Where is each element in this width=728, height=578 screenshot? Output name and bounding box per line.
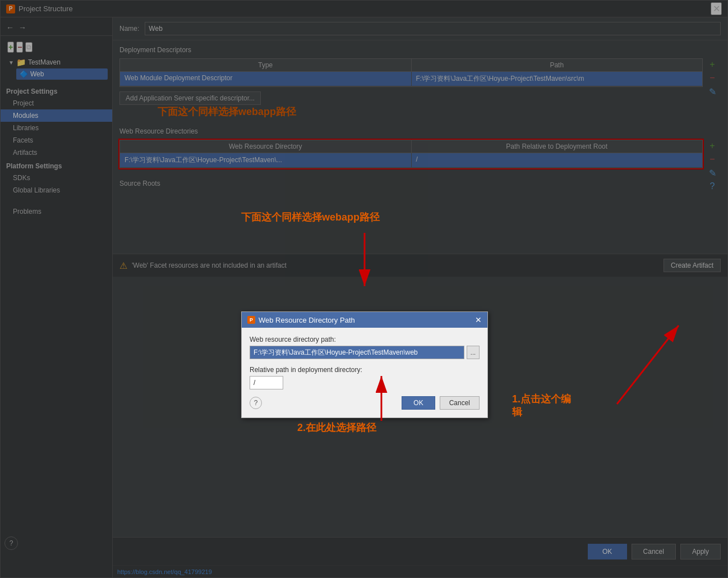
wr-help-button[interactable]: ? bbox=[706, 180, 718, 192]
tree-arrow-icon: ▼ bbox=[8, 59, 14, 66]
warning-icon: ⚠ bbox=[119, 260, 127, 271]
tree-add-button[interactable]: + bbox=[7, 42, 14, 53]
ok-button[interactable]: OK bbox=[588, 544, 627, 559]
sidebar-artifacts-label: Artifacts bbox=[13, 149, 37, 157]
module-icon: 🔷 bbox=[20, 70, 28, 78]
main-help-button[interactable]: ? bbox=[4, 536, 18, 550]
wr-edit-button[interactable]: ✎ bbox=[706, 167, 718, 179]
close-button[interactable]: ✕ bbox=[711, 2, 722, 15]
type-cell: Web Module Deployment Descriptor bbox=[120, 72, 412, 86]
type-column-header: Type bbox=[120, 59, 412, 71]
name-input[interactable] bbox=[145, 22, 721, 35]
sidebar-problems-label: Problems bbox=[13, 208, 42, 215]
platform-settings-label: Platform Settings bbox=[1, 159, 112, 172]
main-layout: ← → + − ⧉ ▼ 📁 TestMaven 🔷 Web bbox=[1, 17, 727, 577]
dialog-icon: P bbox=[247, 316, 255, 324]
web-resource-table-container: Web Resource Directory Path Relative to … bbox=[119, 140, 703, 168]
sidebar-project-label: Project bbox=[13, 99, 34, 107]
path-cell: F:\学习资料\Java工作区\Hoyue-Project\TestMaven\… bbox=[412, 72, 703, 86]
warning-text: 'Web' Facet resources are not included i… bbox=[132, 262, 659, 269]
dialog-title: Web Resource Directory Path bbox=[259, 316, 472, 324]
wr-add-button[interactable]: + bbox=[706, 140, 718, 152]
dialog-cancel-button[interactable]: Cancel bbox=[440, 396, 480, 410]
dialog-relative-label: Relative path in deployment directory: bbox=[250, 366, 480, 374]
add-descriptor-button[interactable]: Add Application Server specific descript… bbox=[119, 91, 261, 105]
sidebar-item-global-libraries[interactable]: Global Libraries bbox=[1, 184, 112, 196]
sidebar-libraries-label: Libraries bbox=[13, 124, 39, 132]
dialog-field-label: Web resource directory path: bbox=[250, 336, 480, 343]
footer: OK Cancel Apply bbox=[113, 537, 727, 565]
sidebar-facets-label: Facets bbox=[13, 136, 33, 144]
tree-child-label: Web bbox=[30, 70, 44, 78]
sidebar-sdks-label: SDKs bbox=[13, 174, 30, 182]
web-relative-path-cell: / bbox=[412, 153, 703, 167]
tree-child-item[interactable]: 🔷 Web bbox=[16, 68, 108, 80]
dialog-relative-input[interactable] bbox=[250, 376, 283, 389]
dialog-path-input[interactable] bbox=[250, 346, 464, 359]
forward-button[interactable]: → bbox=[17, 22, 27, 33]
app-icon: P bbox=[6, 4, 15, 13]
wr-side-buttons: + − ✎ ? bbox=[706, 140, 718, 192]
source-roots-section: Source Roots bbox=[113, 174, 727, 198]
path-column-header: Path bbox=[412, 59, 703, 71]
sidebar: ← → + − ⧉ ▼ 📁 TestMaven 🔷 Web bbox=[1, 17, 113, 577]
project-settings-label: Project Settings bbox=[1, 84, 112, 97]
sidebar-item-problems[interactable]: Problems bbox=[1, 205, 112, 218]
dialog-title-bar: P Web Resource Directory Path ✕ bbox=[242, 312, 487, 328]
web-dir-header: Web Resource Directory bbox=[120, 140, 412, 153]
sidebar-item-project[interactable]: Project bbox=[1, 97, 112, 109]
create-artifact-button[interactable]: Create Artifact bbox=[664, 259, 721, 272]
tree-remove-button[interactable]: − bbox=[16, 42, 23, 53]
dialog-ok-button[interactable]: OK bbox=[402, 396, 435, 410]
browse-button[interactable]: ... bbox=[467, 346, 480, 359]
table-header-row: Type Path bbox=[120, 59, 702, 72]
wr-remove-button[interactable]: − bbox=[706, 153, 718, 166]
deployment-descriptors-section: Deployment Descriptors Type Path Web Mod… bbox=[113, 40, 727, 111]
dialog-close-button[interactable]: ✕ bbox=[475, 315, 482, 324]
dd-side-buttons: + − ✎ bbox=[706, 58, 718, 98]
tree-root-item[interactable]: ▼ 📁 TestMaven bbox=[5, 56, 108, 68]
dialog-relative-row bbox=[250, 376, 480, 389]
status-bar: https://blog.csdn.net/qq_41799219 bbox=[113, 565, 727, 577]
back-button[interactable]: ← bbox=[5, 22, 15, 33]
module-tree: + − ⧉ ▼ 📁 TestMaven 🔷 Web bbox=[1, 36, 112, 84]
sidebar-item-modules[interactable]: Modules bbox=[1, 109, 112, 122]
deployment-table: Type Path Web Module Deployment Descript… bbox=[119, 58, 703, 87]
dialog-actions: OK Cancel bbox=[402, 396, 480, 410]
name-label: Name: bbox=[119, 25, 139, 33]
sidebar-item-facets[interactable]: Facets bbox=[1, 134, 112, 146]
cancel-button[interactable]: Cancel bbox=[632, 544, 676, 559]
title-bar: P Project Structure ✕ bbox=[1, 1, 727, 17]
name-header: Name: bbox=[113, 17, 727, 40]
dialog-body: Web resource directory path: ... Relativ… bbox=[242, 328, 487, 418]
dialog-footer: ? OK Cancel bbox=[250, 396, 480, 410]
dd-remove-button[interactable]: − bbox=[706, 72, 718, 84]
dd-add-button[interactable]: + bbox=[706, 58, 718, 71]
warning-bar: ⚠ 'Web' Facet resources are not included… bbox=[113, 254, 727, 277]
project-structure-window: P Project Structure ✕ ← → + − ⧉ ▼ 📁 Test… bbox=[0, 0, 728, 578]
dd-edit-button[interactable]: ✎ bbox=[706, 85, 718, 98]
sidebar-item-libraries[interactable]: Libraries bbox=[1, 122, 112, 134]
source-roots-title: Source Roots bbox=[119, 180, 721, 187]
dialog-help-button[interactable]: ? bbox=[250, 397, 262, 409]
main-scrollable: Deployment Descriptors Type Path Web Mod… bbox=[113, 40, 727, 537]
tree-copy-button[interactable]: ⧉ bbox=[25, 42, 33, 52]
web-resource-row[interactable]: F:\学习资料\Java工作区\Hoyue-Project\TestMaven\… bbox=[120, 153, 702, 168]
nav-toolbar: ← → bbox=[1, 20, 112, 36]
web-dir-cell: F:\学习资料\Java工作区\Hoyue-Project\TestMaven\… bbox=[120, 153, 412, 167]
web-resource-section: 下面这个同样选择webapp路径 Web Resource Directorie… bbox=[113, 122, 727, 174]
sidebar-modules-label: Modules bbox=[13, 112, 38, 120]
apply-button[interactable]: Apply bbox=[680, 544, 721, 559]
web-resource-header: Web Resource Directory Path Relative to … bbox=[120, 140, 702, 153]
tree-root-label: TestMaven bbox=[28, 58, 61, 66]
deployment-descriptors-title: Deployment Descriptors bbox=[119, 46, 721, 54]
web-resource-dialog: P Web Resource Directory Path ✕ Web reso… bbox=[241, 311, 488, 418]
sidebar-item-artifacts[interactable]: Artifacts bbox=[1, 146, 112, 159]
sidebar-global-libraries-label: Global Libraries bbox=[13, 186, 60, 194]
folder-icon: 📁 bbox=[16, 58, 26, 67]
dialog-path-row: ... bbox=[250, 346, 480, 359]
sidebar-item-sdks[interactable]: SDKs bbox=[1, 172, 112, 184]
table-row[interactable]: Web Module Deployment Descriptor F:\学习资料… bbox=[120, 72, 702, 86]
status-link[interactable]: https://blog.csdn.net/qq_41799219 bbox=[117, 568, 212, 575]
window-title: Project Structure bbox=[19, 4, 711, 13]
